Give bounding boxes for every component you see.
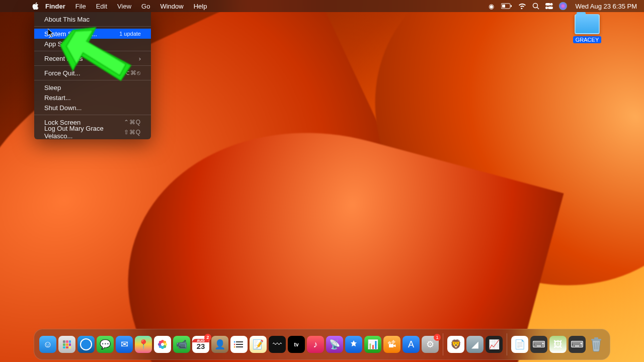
menu-label: Recent Items bbox=[44, 55, 83, 62]
menu-separator bbox=[34, 51, 151, 51]
wifi-icon[interactable] bbox=[515, 0, 529, 12]
desktop-folder[interactable]: GRACEY bbox=[573, 14, 602, 43]
dock-trash[interactable] bbox=[588, 336, 605, 353]
menu-separator bbox=[34, 65, 151, 66]
dock-mail[interactable]: ✉ bbox=[116, 336, 133, 353]
menubar-edit[interactable]: Edit bbox=[91, 3, 112, 10]
chevron-right-icon: › bbox=[139, 55, 141, 62]
menubar-window[interactable]: Window bbox=[155, 3, 188, 10]
svg-point-31 bbox=[159, 341, 162, 344]
folder-icon bbox=[575, 14, 600, 34]
dock-screenshot[interactable]: 🖼 bbox=[549, 336, 567, 353]
dock-file2[interactable]: ⌨ bbox=[569, 336, 586, 353]
control-center-icon[interactable] bbox=[542, 0, 556, 12]
dock-messages[interactable]: 💬 bbox=[97, 336, 114, 353]
dock-appstore[interactable] bbox=[345, 336, 362, 353]
svg-rect-16 bbox=[69, 343, 71, 346]
svg-rect-39 bbox=[594, 337, 598, 339]
menubar-go[interactable]: Go bbox=[136, 3, 155, 10]
menu-about-this-mac[interactable]: About This Mac bbox=[34, 14, 151, 24]
menu-sleep[interactable]: Sleep bbox=[34, 82, 151, 93]
update-badge: 1 update bbox=[119, 31, 141, 37]
menu-label: Force Quit... bbox=[44, 69, 80, 77]
menu-label: About This Mac bbox=[44, 16, 90, 23]
svg-point-37 bbox=[234, 346, 235, 348]
menubar-app-name[interactable]: Finder bbox=[40, 3, 70, 10]
svg-rect-15 bbox=[66, 343, 68, 346]
screen-record-icon[interactable]: ◉ bbox=[484, 0, 498, 12]
dock-contacts[interactable]: 👤 bbox=[211, 336, 228, 353]
svg-point-3 bbox=[533, 4, 538, 8]
menu-log-out[interactable]: Log Out Mary Grace Velasco... ⇧⌘Q bbox=[34, 127, 151, 137]
dock-photos[interactable] bbox=[154, 336, 171, 353]
menu-label: System Settings... bbox=[44, 30, 97, 38]
menu-label: App Store... bbox=[44, 40, 79, 48]
svg-rect-7 bbox=[548, 7, 553, 9]
calendar-badge: 2 bbox=[204, 334, 211, 341]
dock-separator bbox=[443, 333, 443, 355]
dock-safari[interactable] bbox=[77, 336, 95, 353]
svg-rect-13 bbox=[69, 340, 71, 343]
keyboard-shortcut: ⇧⌘Q bbox=[124, 129, 141, 136]
menubar-file[interactable]: File bbox=[70, 3, 91, 10]
menubar-datetime[interactable]: Wed Aug 23 6:35 PM bbox=[570, 0, 640, 12]
dock-app[interactable]: ◢ bbox=[466, 336, 484, 353]
dock-browser[interactable]: 🦁 bbox=[447, 336, 464, 353]
dock-finder[interactable]: ☺ bbox=[39, 336, 56, 353]
keyboard-shortcut: ⌃⌘Q bbox=[124, 119, 141, 126]
svg-point-36 bbox=[234, 344, 235, 345]
menu-label: Shut Down... bbox=[44, 104, 82, 112]
dock-calendar[interactable]: AUG 23 2 bbox=[192, 336, 209, 353]
svg-rect-19 bbox=[69, 346, 71, 348]
dock-music[interactable]: ♪ bbox=[307, 336, 324, 353]
dock-reminders[interactable] bbox=[230, 336, 248, 353]
menu-shut-down[interactable]: Shut Down... bbox=[34, 103, 151, 113]
svg-rect-17 bbox=[63, 346, 65, 348]
spotlight-icon[interactable] bbox=[529, 0, 542, 12]
dock-notes[interactable]: 📝 bbox=[250, 336, 267, 353]
dock-launchpad[interactable] bbox=[58, 336, 75, 353]
calendar-day: 23 bbox=[197, 342, 205, 350]
svg-rect-2 bbox=[511, 5, 512, 7]
svg-point-8 bbox=[545, 7, 548, 9]
siri-icon[interactable] bbox=[556, 0, 570, 12]
dock-freeform[interactable]: 〰 bbox=[269, 336, 286, 353]
svg-point-35 bbox=[234, 341, 235, 343]
apple-menu-icon[interactable] bbox=[30, 3, 40, 10]
menu-separator bbox=[34, 26, 151, 27]
folder-label: GRACEY bbox=[573, 36, 601, 43]
svg-rect-18 bbox=[66, 346, 68, 348]
menu-system-settings[interactable]: System Settings... 1 update bbox=[34, 29, 151, 39]
dock: ☺ 💬 ✉ 📍 📹 AUG 23 2 👤 📝 〰 tv ♪ 📡 📊 📽 A ⚙ … bbox=[34, 329, 610, 360]
settings-badge: 1 bbox=[434, 334, 441, 341]
keyboard-shortcut: ⌥⌘⎋ bbox=[123, 69, 141, 76]
menu-restart[interactable]: Restart... bbox=[34, 93, 151, 103]
menu-separator bbox=[34, 80, 151, 80]
dock-file[interactable]: ⌨ bbox=[530, 336, 547, 353]
menu-recent-items[interactable]: Recent Items › bbox=[34, 53, 151, 63]
svg-rect-38 bbox=[591, 339, 601, 340]
dock-tv[interactable]: tv bbox=[288, 336, 305, 353]
menubar-view[interactable]: View bbox=[112, 3, 136, 10]
dock-podcasts[interactable]: 📡 bbox=[326, 336, 343, 353]
dock-document[interactable]: 📄 bbox=[511, 336, 528, 353]
dock-settings[interactable]: ⚙ 1 bbox=[422, 336, 439, 353]
menu-app-store[interactable]: App Store... bbox=[34, 39, 151, 49]
dock-numbers[interactable]: 📊 bbox=[364, 336, 381, 353]
menubar-help[interactable]: Help bbox=[189, 3, 212, 10]
svg-point-21 bbox=[81, 339, 91, 349]
menu-force-quit[interactable]: Force Quit... ⌥⌘⎋ bbox=[34, 68, 151, 78]
apple-menu-dropdown: About This Mac System Settings... 1 upda… bbox=[34, 12, 151, 139]
dock-appstore2[interactable]: A bbox=[403, 336, 420, 353]
dock-maps[interactable]: 📍 bbox=[135, 336, 152, 353]
menu-label: Log Out Mary Grace Velasco... bbox=[44, 125, 124, 140]
svg-rect-1 bbox=[502, 5, 505, 8]
dock-facetime[interactable]: 📹 bbox=[173, 336, 190, 353]
menubar: Finder File Edit View Go Window Help ◉ W… bbox=[0, 0, 644, 12]
svg-rect-11 bbox=[63, 340, 65, 343]
menu-label: Restart... bbox=[44, 94, 71, 102]
dock-keynote[interactable]: 📽 bbox=[383, 336, 400, 353]
menu-separator bbox=[34, 115, 151, 115]
dock-activity[interactable]: 📈 bbox=[486, 336, 503, 353]
battery-icon[interactable] bbox=[498, 0, 515, 12]
